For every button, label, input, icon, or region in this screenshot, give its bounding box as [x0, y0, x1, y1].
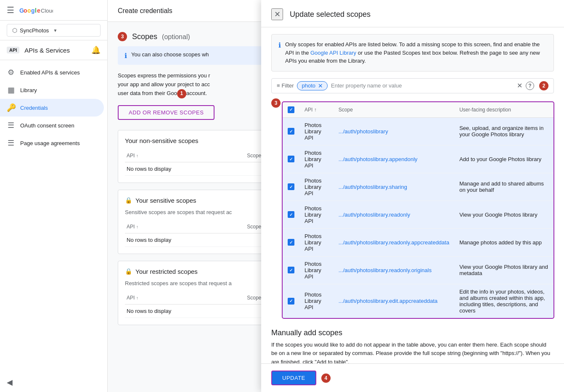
row-checkbox[interactable]: ✓	[288, 211, 294, 218]
update-button[interactable]: UPDATE	[271, 371, 316, 385]
scopes-table-container: ✓ API ↑ Scope User-facing description	[282, 102, 554, 318]
logo-svg: G o o g l e Cloud	[19, 5, 53, 15]
row-desc: See, upload, and organize items in your …	[454, 117, 553, 145]
annotation-4: 4	[321, 373, 331, 383]
th-api[interactable]: API ↑	[299, 102, 334, 118]
svg-text:g: g	[31, 7, 35, 14]
breadcrumb: Create credentials	[118, 7, 172, 15]
row-api: Photos Library API	[299, 228, 334, 256]
overlay-close-button[interactable]: ✕	[271, 8, 283, 20]
col-api: API ↑	[125, 291, 245, 305]
sidebar-item-credentials[interactable]: 🔑 Credentials	[0, 99, 104, 117]
overlay-info-text: Only scopes for enabled APIs are listed …	[285, 40, 547, 65]
sidebar-item-oauth[interactable]: ☰ OAuth consent screen	[0, 117, 104, 134]
sidebar-collapse[interactable]: ◀	[0, 373, 107, 392]
row-checkbox[interactable]: ✓	[288, 267, 294, 273]
row-desc: Manage and add to shared albums on your …	[454, 173, 553, 201]
row-checkbox[interactable]: ✓	[288, 298, 294, 305]
svg-text:l: l	[35, 7, 37, 14]
manually-section: Manually add scopes If the scopes you wo…	[271, 328, 554, 364]
filter-chip-text: photo	[302, 82, 315, 89]
filter-bar: ≡ Filter photo ✕ ✕ ? 2	[271, 78, 554, 93]
filter-label: ≡ Filter	[277, 82, 294, 89]
row-checkbox-cell: ✓	[283, 145, 299, 173]
library-icon: ▦	[7, 85, 15, 95]
table-row: ✓ Photos Library API .../auth/photoslibr…	[283, 117, 553, 145]
th-checkbox: ✓	[283, 102, 299, 118]
sidebar-item-library[interactable]: ▦ Library	[0, 81, 104, 99]
help-icon[interactable]: ?	[526, 82, 534, 90]
row-desc: Manage photos added by this app	[454, 228, 553, 256]
filter-chip-remove[interactable]: ✕	[318, 82, 323, 89]
settings-icon: ⚙	[7, 68, 15, 77]
svg-text:Cloud: Cloud	[41, 8, 53, 14]
row-scope: .../auth/photoslibrary	[334, 117, 454, 145]
table-row: ✓ Photos Library API .../auth/photoslibr…	[283, 173, 553, 201]
row-desc: Add to your Google Photos library	[454, 145, 553, 173]
clear-icon[interactable]: ✕	[517, 82, 522, 90]
row-desc: View your Google Photos library	[454, 201, 553, 228]
sidebar: ☰ G o o g l e Cloud ⬡ SyncPhotos ▼ API A…	[0, 0, 108, 392]
row-desc: View your Google Photos library and meta…	[454, 256, 553, 284]
manually-title: Manually add scopes	[271, 328, 554, 337]
project-selector[interactable]: ⬡ SyncPhotos ▼	[7, 24, 101, 37]
step-3-number: 3	[118, 32, 127, 41]
overlay-title: Update selected scopes	[290, 10, 371, 19]
info-icon: ℹ	[278, 40, 281, 65]
sensitive-title-text: Your sensitive scopes	[135, 197, 196, 204]
scopes-table: ✓ API ↑ Scope User-facing description	[283, 102, 553, 318]
row-checkbox-cell: ✓	[283, 117, 299, 145]
step-3-title: Scopes (optional)	[132, 32, 190, 41]
table-row: ✓ Photos Library API .../auth/photoslibr…	[283, 201, 553, 228]
overlay-header: ✕ Update selected scopes	[261, 0, 564, 27]
api-badge: API	[7, 47, 19, 53]
annotation-3: 3	[271, 98, 281, 108]
project-name: SyncPhotos	[20, 27, 49, 34]
overlay-panel: ✕ Update selected scopes ℹ Only scopes f…	[261, 0, 564, 392]
overlay-content: ℹ Only scopes for enabled APIs are liste…	[261, 27, 564, 363]
info-icon: ℹ	[124, 52, 127, 60]
hamburger-icon[interactable]: ☰	[7, 5, 14, 15]
row-checkbox[interactable]: ✓	[288, 156, 294, 162]
bell-icon[interactable]: 🔔	[91, 45, 101, 55]
apis-title: APIs & Services	[24, 47, 70, 54]
filter-input[interactable]	[331, 82, 514, 89]
svg-text:o: o	[24, 7, 27, 14]
svg-text:o: o	[27, 7, 31, 14]
row-api: Photos Library API	[299, 201, 334, 228]
google-api-library-link[interactable]: Google API Library	[310, 50, 356, 56]
row-checkbox-cell: ✓	[283, 173, 299, 201]
th-scope: Scope	[334, 102, 454, 118]
svg-text:e: e	[37, 7, 40, 14]
lock-icon: 🔒	[125, 197, 132, 204]
google-cloud-logo: G o o g l e Cloud	[19, 5, 53, 15]
collapse-icon: ◀	[7, 378, 13, 387]
sidebar-item-enabled[interactable]: ⚙ Enabled APIs & services	[0, 64, 104, 81]
oauth-icon: ☰	[7, 121, 15, 130]
sidebar-item-usage[interactable]: ☰ Page usage agreements	[0, 134, 104, 152]
row-api: Photos Library API	[299, 256, 334, 284]
sidebar-header: ☰ G o o g l e Cloud	[0, 0, 107, 21]
table-row: ✓ Photos Library API .../auth/photoslibr…	[283, 256, 553, 284]
nav-items: ⚙ Enabled APIs & services ▦ Library 🔑 Cr…	[0, 60, 107, 373]
dropdown-icon: ▼	[53, 28, 57, 33]
sidebar-item-label: Enabled APIs & services	[20, 69, 80, 76]
add-remove-scopes-button[interactable]: ADD OR REMOVE SCOPES	[118, 105, 214, 120]
overlay-footer: UPDATE 4	[261, 363, 564, 392]
select-all-checkbox[interactable]: ✓	[288, 106, 294, 113]
row-checkbox-cell: ✓	[283, 228, 299, 256]
row-api: Photos Library API	[299, 284, 334, 318]
row-checkbox[interactable]: ✓	[288, 183, 294, 190]
step-3-info-text: You can also choose scopes wh	[131, 51, 209, 58]
restricted-title-text: Your restricted scopes	[135, 268, 198, 275]
filter-icon: ≡	[277, 82, 280, 89]
table-row: ✓ Photos Library API .../auth/photoslibr…	[283, 145, 553, 173]
row-checkbox[interactable]: ✓	[288, 239, 294, 246]
row-desc: Edit the info in your photos, videos, an…	[454, 284, 553, 318]
row-api: Photos Library API	[299, 145, 334, 173]
filter-actions: ✕ ?	[517, 82, 534, 90]
row-scope: .../auth/photoslibrary.appendonly	[334, 145, 454, 173]
row-checkbox[interactable]: ✓	[288, 128, 294, 135]
api-header: API APIs & Services 🔔	[0, 40, 107, 60]
sidebar-item-label: Credentials	[20, 105, 48, 111]
